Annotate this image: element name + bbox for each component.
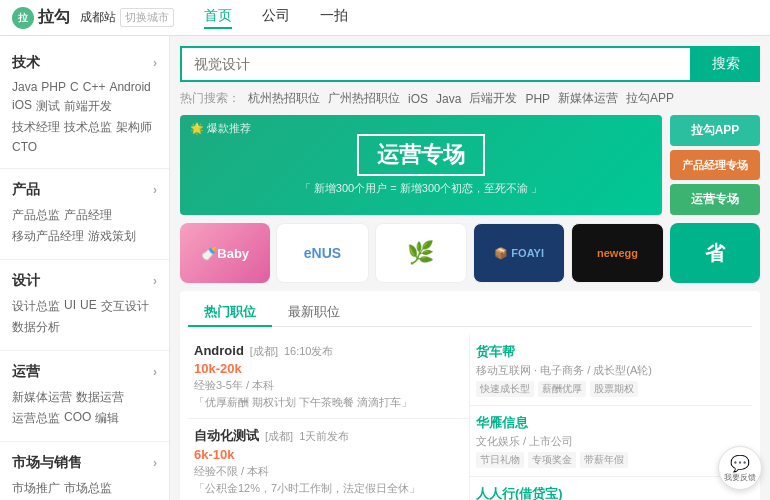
search-button[interactable]: 搜索 bbox=[692, 46, 760, 82]
sidebar-tag[interactable]: 测试 bbox=[36, 98, 60, 115]
sidebar-tag[interactable]: PHP bbox=[41, 80, 66, 94]
sidebar-tag[interactable]: 市场总监 bbox=[64, 480, 112, 497]
sidebar-tag[interactable]: 编辑 bbox=[95, 410, 119, 427]
sidebar-tag[interactable]: Java bbox=[12, 80, 37, 94]
sidebar-tag[interactable]: 设计总监 bbox=[12, 298, 60, 315]
nav-yipai[interactable]: 一拍 bbox=[320, 7, 348, 29]
hot-tag-backend[interactable]: 后端开发 bbox=[469, 90, 517, 107]
sidebar-tag[interactable]: C bbox=[70, 80, 79, 94]
job-title: 自动化测试 bbox=[194, 427, 259, 445]
sidebar-design-header[interactable]: 设计 › bbox=[12, 268, 157, 294]
city-switch-button[interactable]: 切换城市 bbox=[120, 8, 174, 27]
hot-tag-guangzhou[interactable]: 广州热招职位 bbox=[328, 90, 400, 107]
job-tag: 股票期权 bbox=[590, 381, 638, 397]
app-icon-label: 省 bbox=[705, 240, 725, 267]
jobs-tabs: 热门职位 最新职位 bbox=[188, 299, 752, 327]
job-company-item[interactable]: 货车帮 移动互联网 · 电子商务 / 成长型(A轮) 快速成长型 薪酬优厚 股票… bbox=[470, 335, 752, 406]
job-salary: 10k-20k bbox=[194, 361, 463, 376]
hot-tag-lagou-app[interactable]: 拉勾APP bbox=[626, 90, 674, 107]
app-icon-enus[interactable]: eNUS bbox=[276, 223, 368, 283]
tab-new-jobs[interactable]: 最新职位 bbox=[272, 299, 356, 327]
job-company-type: 文化娱乐 / 上市公司 bbox=[476, 434, 746, 449]
banner-side-product[interactable]: 产品经理专场 bbox=[670, 150, 760, 181]
sidebar-tag[interactable]: 交互设计 bbox=[101, 298, 149, 315]
job-item[interactable]: 自动化测试 [成都] 1天前发布 6k-10k 经验不限 / 本科 「公积金12… bbox=[188, 419, 469, 500]
job-desc: 「优厚薪酬 期权计划 下午茶晚餐 滴滴打车」 bbox=[194, 395, 463, 410]
chevron-right-icon: › bbox=[153, 274, 157, 288]
sidebar-tag[interactable]: 技术经理 bbox=[12, 119, 60, 136]
app-icon-label: 🌿 bbox=[407, 240, 434, 266]
app-icon-sheng[interactable]: 省 bbox=[670, 223, 760, 283]
sidebar-tag[interactable]: 市场推广 bbox=[12, 480, 60, 497]
sidebar-tag[interactable]: COO bbox=[64, 410, 91, 427]
job-tag: 专项奖金 bbox=[528, 452, 576, 468]
job-tags: 节日礼物 专项奖金 带薪年假 bbox=[476, 452, 746, 468]
sidebar-tag[interactable]: 产品经理 bbox=[64, 207, 112, 224]
nav-home[interactable]: 首页 bbox=[204, 7, 232, 29]
banner-side-operations[interactable]: 运营专场 bbox=[670, 184, 760, 215]
job-company-name: 人人行(借贷宝) bbox=[476, 485, 746, 500]
nav-company[interactable]: 公司 bbox=[262, 7, 290, 29]
hot-tag-newmedia[interactable]: 新媒体运营 bbox=[558, 90, 618, 107]
sidebar-tag[interactable]: 架构师 bbox=[116, 119, 152, 136]
sidebar-tag[interactable]: iOS bbox=[12, 98, 32, 115]
app-icon-newegg[interactable]: newegg bbox=[571, 223, 663, 283]
sidebar-marketing-header[interactable]: 市场与销售 › bbox=[12, 450, 157, 476]
hot-tag-php[interactable]: PHP bbox=[525, 92, 550, 106]
hot-search-label: 热门搜索： bbox=[180, 90, 240, 107]
hot-tag-ios[interactable]: iOS bbox=[408, 92, 428, 106]
job-company-item[interactable]: 人人行(借贷宝) bbox=[470, 477, 752, 500]
search-bar: 搜索 bbox=[180, 46, 760, 82]
search-input[interactable] bbox=[180, 46, 692, 82]
sidebar-operations-header[interactable]: 运营 › bbox=[12, 359, 157, 385]
logo-icon: 拉 bbox=[12, 7, 34, 29]
app-icon-baby[interactable]: 🍼Baby bbox=[180, 223, 270, 283]
sidebar-tag[interactable]: 数据分析 bbox=[12, 319, 60, 336]
sidebar-tag[interactable]: 数据运营 bbox=[76, 389, 124, 406]
sidebar-tag[interactable]: Android bbox=[109, 80, 150, 94]
jobs-section: 热门职位 最新职位 Android [成都] 16:10发布 10k-20k 经… bbox=[180, 291, 760, 500]
job-item[interactable]: Android [成都] 16:10发布 10k-20k 经验3-5年 / 本科… bbox=[188, 335, 469, 419]
job-exp: 经验不限 / 本科 bbox=[194, 464, 463, 479]
banner-main-subtitle: 「 新增300个用户 = 新增300个初恋，至死不渝 」 bbox=[300, 181, 542, 196]
sidebar-section-design: 设计 › 设计总监 UI UE 交互设计 数据分析 bbox=[0, 262, 169, 348]
sidebar-tag[interactable]: 新媒体运营 bbox=[12, 389, 72, 406]
sidebar-tag[interactable]: 移动产品经理 bbox=[12, 228, 84, 245]
hot-tag-hangzhou[interactable]: 杭州热招职位 bbox=[248, 90, 320, 107]
sidebar-section-product: 产品 › 产品总监 产品经理 移动产品经理 游戏策划 bbox=[0, 171, 169, 257]
jobs-grid: Android [成都] 16:10发布 10k-20k 经验3-5年 / 本科… bbox=[188, 335, 752, 500]
sidebar-tag[interactable]: 产品总监 bbox=[12, 207, 60, 224]
sidebar-tech-tags: Java PHP C C++ Android iOS 测试 前端开发 技术经理 … bbox=[12, 76, 157, 160]
main-content: 搜索 热门搜索： 杭州热招职位 广州热招职位 iOS Java 后端开发 PHP… bbox=[170, 36, 770, 500]
app-icon-label: 📦 FOAYI bbox=[494, 247, 544, 260]
logo[interactable]: 拉 拉勾 bbox=[12, 7, 70, 29]
feedback-button[interactable]: 💬 我要反馈 bbox=[718, 446, 762, 490]
sidebar-tag[interactable]: 前端开发 bbox=[64, 98, 112, 115]
feedback-label: 我要反馈 bbox=[724, 473, 756, 483]
sidebar-product-header[interactable]: 产品 › bbox=[12, 177, 157, 203]
job-tag: 带薪年假 bbox=[580, 452, 628, 468]
sidebar-tag[interactable]: 运营总监 bbox=[12, 410, 60, 427]
banner-main-title: 运营专场 bbox=[357, 134, 485, 176]
chevron-right-icon: › bbox=[153, 365, 157, 379]
sidebar-tech-header[interactable]: 技术 › bbox=[12, 50, 157, 76]
tab-hot-jobs[interactable]: 热门职位 bbox=[188, 299, 272, 327]
app-icon-leaf[interactable]: 🌿 bbox=[375, 223, 467, 283]
jobs-right-col: 货车帮 移动互联网 · 电子商务 / 成长型(A轮) 快速成长型 薪酬优厚 股票… bbox=[470, 335, 752, 500]
sidebar-tag[interactable]: C++ bbox=[83, 80, 106, 94]
job-time: 16:10发布 bbox=[284, 344, 334, 359]
banner-main[interactable]: 🌟 爆款推荐 运营专场 「 新增300个用户 = 新增300个初恋，至死不渝 」 bbox=[180, 115, 662, 215]
sidebar-tag[interactable]: 技术总监 bbox=[64, 119, 112, 136]
app-icon-foayi[interactable]: 📦 FOAYI bbox=[473, 223, 565, 283]
sidebar-tag[interactable]: 游戏策划 bbox=[88, 228, 136, 245]
job-company-name: 华雁信息 bbox=[476, 414, 746, 432]
job-tags: 快速成长型 薪酬优厚 股票期权 bbox=[476, 381, 746, 397]
sidebar-tag[interactable]: UE bbox=[80, 298, 97, 315]
job-company-item[interactable]: 华雁信息 文化娱乐 / 上市公司 节日礼物 专项奖金 带薪年假 bbox=[470, 406, 752, 477]
app-icon-label: eNUS bbox=[304, 245, 341, 261]
banner-side-app[interactable]: 拉勾APP bbox=[670, 115, 760, 146]
hot-tag-java[interactable]: Java bbox=[436, 92, 461, 106]
sidebar-tag[interactable]: UI bbox=[64, 298, 76, 315]
sidebar-tag[interactable]: CTO bbox=[12, 140, 37, 154]
banner-side: 拉勾APP 产品经理专场 运营专场 bbox=[670, 115, 760, 215]
